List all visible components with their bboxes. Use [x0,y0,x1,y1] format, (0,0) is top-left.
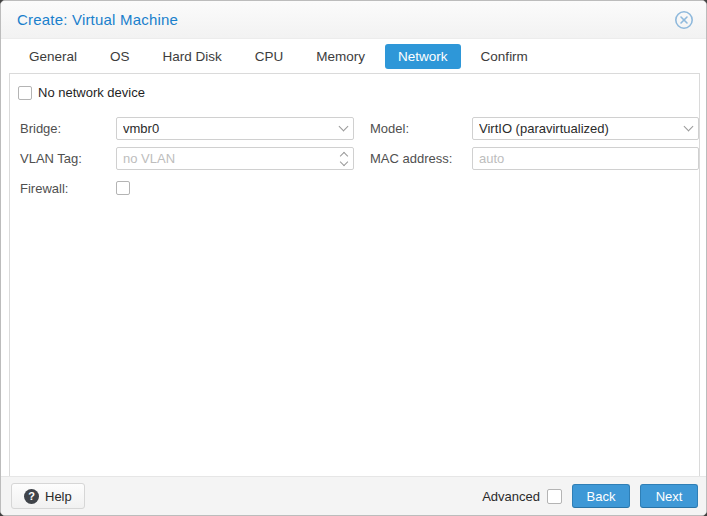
create-vm-dialog: Create: Virtual Machine General OS Hard … [0,0,707,516]
dialog-footer: ? Help Advanced Back Next [1,476,706,515]
advanced-label: Advanced [482,489,540,504]
mac-address-field[interactable] [472,147,699,170]
help-icon: ? [24,489,39,504]
vlan-tag-label: VLAN Tag: [20,147,82,170]
no-network-device-checkbox[interactable] [18,86,32,100]
mac-address-input[interactable] [479,151,692,166]
spinner-arrows-icon[interactable] [341,153,347,165]
model-label: Model: [370,117,409,140]
bridge-input[interactable] [123,121,340,136]
help-button[interactable]: ? Help [11,483,85,509]
back-button[interactable]: Back [572,484,630,508]
model-input[interactable] [479,121,685,136]
vlan-tag-spinner[interactable] [116,147,354,170]
tab-general[interactable]: General [16,44,90,69]
network-tab-panel: No network device Bridge: Model: VLAN Ta… [9,73,700,478]
model-combobox[interactable] [472,117,699,140]
chevron-down-icon[interactable] [339,122,349,132]
bridge-combobox[interactable] [116,117,354,140]
vlan-tag-input[interactable] [123,151,341,166]
firewall-label: Firewall: [20,177,68,200]
dialog-title: Create: Virtual Machine [17,11,178,28]
next-button[interactable]: Next [640,484,698,508]
dialog-titlebar: Create: Virtual Machine [1,1,706,39]
mac-address-label: MAC address: [370,147,452,170]
tab-memory[interactable]: Memory [303,44,378,69]
tab-hard-disk[interactable]: Hard Disk [150,44,235,69]
chevron-down-icon[interactable] [684,122,694,132]
tab-cpu[interactable]: CPU [242,44,297,69]
tab-network[interactable]: Network [385,44,461,69]
wizard-tabbar: General OS Hard Disk CPU Memory Network … [1,39,706,73]
bridge-label: Bridge: [20,117,61,140]
tab-os[interactable]: OS [97,44,143,69]
help-button-label: Help [45,489,72,504]
firewall-checkbox[interactable] [116,181,130,195]
close-icon[interactable] [674,10,694,30]
tab-confirm[interactable]: Confirm [468,44,541,69]
no-network-device-label: No network device [38,85,145,100]
advanced-checkbox[interactable] [547,489,562,504]
